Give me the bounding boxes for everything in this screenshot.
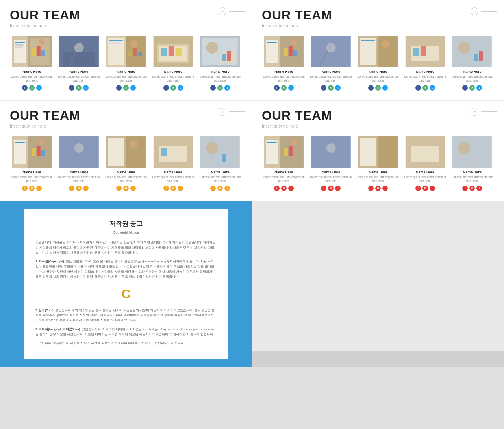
team-member: Name Here Donec quam felis, ultrices pre… <box>262 136 306 191</box>
message-icon[interactable]: ✉ <box>29 85 35 91</box>
message-icon[interactable]: ✉ <box>281 186 287 191</box>
message-icon[interactable]: ✉ <box>328 85 334 91</box>
twitter-icon[interactable]: t <box>288 186 294 191</box>
svg-rect-104 <box>411 146 439 162</box>
svg-rect-63 <box>413 48 419 56</box>
twitter-icon[interactable]: t <box>36 186 42 191</box>
message-icon[interactable]: ✉ <box>281 85 287 91</box>
facebook-icon[interactable]: f <box>321 85 326 91</box>
facebook-icon[interactable]: f <box>274 85 280 91</box>
team-member: Name Here Donec quam felis, ultrices pre… <box>104 136 148 191</box>
twitter-icon[interactable]: t <box>476 85 482 91</box>
twitter-icon[interactable]: t <box>178 186 183 191</box>
svg-rect-35 <box>169 46 174 56</box>
team-member: Name Here Donec quam felis, ultrices pre… <box>10 136 54 191</box>
team-member: Name Here Donec quam felis, ultrices pre… <box>356 136 400 191</box>
svg-rect-43 <box>227 51 231 61</box>
twitter-icon[interactable]: t <box>83 186 89 191</box>
twitter-icon[interactable]: t <box>382 186 388 191</box>
social-icons: f ✉ t <box>415 186 435 191</box>
message-icon[interactable]: ✉ <box>469 85 475 91</box>
message-icon[interactable]: ✉ <box>76 85 82 91</box>
twitter-icon[interactable]: t <box>335 85 341 91</box>
facebook-icon[interactable]: f <box>462 85 468 91</box>
facebook-icon[interactable]: f <box>116 186 122 191</box>
member-name: Name Here <box>274 170 293 174</box>
message-icon[interactable]: ✉ <box>217 186 223 191</box>
facebook-icon[interactable]: f <box>462 186 468 191</box>
facebook-icon[interactable]: f <box>321 186 326 191</box>
twitter-icon[interactable]: t <box>130 85 136 91</box>
facebook-icon[interactable]: f <box>163 186 169 191</box>
slide-3-subtitle: Insert subtitle here <box>10 124 242 128</box>
member-photo <box>57 36 101 67</box>
social-icons: f ✉ t <box>163 186 183 191</box>
facebook-icon[interactable]: f <box>163 85 169 91</box>
message-icon[interactable]: ✉ <box>375 186 381 191</box>
facebook-icon[interactable]: f <box>210 186 216 191</box>
message-icon[interactable]: ✉ <box>170 85 176 91</box>
twitter-icon[interactable]: t <box>224 186 230 191</box>
message-icon[interactable]: ✉ <box>123 85 129 91</box>
message-icon[interactable]: ✉ <box>422 85 428 91</box>
twitter-icon[interactable]: t <box>224 85 230 91</box>
message-icon[interactable]: ✉ <box>29 186 35 191</box>
twitter-icon[interactable]: t <box>430 85 435 91</box>
member-photo <box>356 36 400 67</box>
twitter-icon[interactable]: t <box>430 186 435 191</box>
facebook-icon[interactable]: f <box>415 85 421 91</box>
message-icon[interactable]: ✉ <box>170 186 176 191</box>
slide-1: 2 OUR TEAM Insert subtitle here <box>0 0 252 100</box>
twitter-icon[interactable]: t <box>130 186 136 191</box>
svg-rect-3 <box>15 42 25 43</box>
member-photo <box>10 36 54 67</box>
twitter-icon[interactable]: t <box>335 186 341 191</box>
slide-2: 3 OUR TEAM Insert subtitle here <box>252 0 504 100</box>
social-icons: f ✉ t <box>368 186 388 191</box>
twitter-icon[interactable]: t <box>83 85 89 91</box>
twitter-icon[interactable]: t <box>476 186 482 191</box>
facebook-icon[interactable]: f <box>274 186 280 191</box>
svg-rect-50 <box>289 46 293 56</box>
svg-rect-75 <box>37 146 41 156</box>
svg-rect-71 <box>14 140 26 164</box>
member-name: Name Here <box>211 170 230 174</box>
message-icon[interactable]: ✉ <box>217 85 223 91</box>
facebook-icon[interactable]: f <box>415 186 421 191</box>
member-desc: Donec quam felis, ultrices pretium quis,… <box>10 75 54 83</box>
twitter-icon[interactable]: t <box>178 85 183 91</box>
twitter-icon[interactable]: t <box>288 85 294 91</box>
facebook-icon[interactable]: f <box>210 85 216 91</box>
svg-rect-27 <box>128 50 132 56</box>
facebook-icon[interactable]: f <box>22 85 28 91</box>
message-icon[interactable]: ✉ <box>328 186 334 191</box>
twitter-icon[interactable]: t <box>382 85 388 91</box>
member-photo <box>309 36 353 67</box>
copyright-title: 저작권 공고 <box>35 218 217 229</box>
social-icons: f ✉ t <box>69 186 89 191</box>
member-desc: Donec quam felis, ultrices pretium quis,… <box>57 175 101 183</box>
facebook-icon[interactable]: f <box>69 186 74 191</box>
facebook-icon[interactable]: f <box>368 186 374 191</box>
member-desc: Donec quam felis, ultrices pretium quis,… <box>262 175 306 183</box>
message-icon[interactable]: ✉ <box>76 186 82 191</box>
svg-rect-2 <box>14 40 26 63</box>
facebook-icon[interactable]: f <box>116 85 122 91</box>
twitter-icon[interactable]: t <box>36 85 42 91</box>
member-desc: Donec quam felis, ultrices pretium quis,… <box>450 175 494 183</box>
facebook-icon[interactable]: f <box>368 85 374 91</box>
message-icon[interactable]: ✉ <box>375 85 381 91</box>
member-photo <box>198 36 242 67</box>
svg-point-77 <box>39 139 45 145</box>
message-icon[interactable]: ✉ <box>469 186 475 191</box>
svg-rect-6 <box>15 47 22 48</box>
message-icon[interactable]: ✉ <box>123 186 129 191</box>
member-photo <box>309 136 353 168</box>
member-name: Name Here <box>463 70 482 74</box>
facebook-icon[interactable]: f <box>69 85 74 91</box>
svg-rect-65 <box>452 36 492 67</box>
message-icon[interactable]: ✉ <box>422 186 428 191</box>
member-photo <box>450 36 494 67</box>
facebook-icon[interactable]: f <box>22 186 28 191</box>
svg-rect-93 <box>267 142 277 143</box>
